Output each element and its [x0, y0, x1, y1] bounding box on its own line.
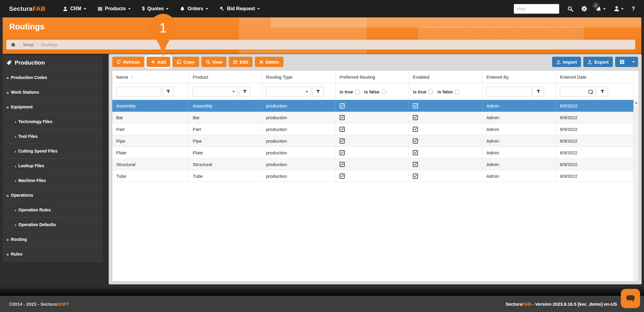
add-button[interactable]: Add	[147, 57, 170, 67]
cell-routing-type[interactable]: production	[262, 147, 336, 158]
sidebar-item-routing[interactable]: »Routing	[3, 232, 102, 247]
menu-quotes[interactable]: $Quotes	[138, 3, 173, 15]
cell-preferred-routing[interactable]	[336, 170, 409, 182]
sidebar-item-operation-defaults[interactable]: ›Operation Defaults	[3, 217, 102, 232]
cell-entered-date[interactable]: 8/9/2022	[556, 159, 633, 170]
filter-is-false-radio-enabled[interactable]	[455, 89, 460, 94]
settings-button[interactable]	[581, 6, 587, 12]
cell-entered-by[interactable]: Admin	[482, 135, 556, 147]
menu-products[interactable]: Products	[93, 3, 135, 14]
grid-view-caret-button[interactable]	[629, 57, 638, 67]
cell-name[interactable]: Pipe	[112, 135, 189, 147]
table-row-plate[interactable]: PlatePlateproductionAdmin8/9/2022	[112, 147, 633, 159]
help-icon[interactable]: ?	[632, 6, 635, 12]
cell-entered-date[interactable]: 8/9/2022	[556, 123, 633, 135]
cell-enabled[interactable]	[409, 170, 482, 182]
cell-enabled[interactable]	[409, 112, 482, 123]
breadcrumb-item[interactable]: Routings	[41, 42, 57, 47]
filter-input-name[interactable]	[116, 87, 161, 96]
cell-product[interactable]: Assembly	[189, 100, 262, 111]
import-button[interactable]: Import	[552, 57, 581, 67]
sidebar-item-rules[interactable]: »Rules	[3, 247, 102, 262]
cell-routing-type[interactable]: production	[262, 112, 336, 123]
view-button[interactable]: View	[201, 57, 227, 67]
cell-routing-type[interactable]: production	[262, 135, 336, 147]
table-row-part[interactable]: PartPartproductionAdmin8/9/2022	[112, 123, 633, 135]
vertical-scrollbar[interactable]	[633, 100, 639, 281]
sidebar-item-tool-files[interactable]: ›Tool Files	[3, 129, 102, 144]
cell-entered-by[interactable]: Admin	[482, 123, 556, 135]
cell-entered-date[interactable]: 8/9/2022	[556, 100, 633, 111]
sidebar-item-production-codes[interactable]: »Production Codes	[3, 70, 102, 85]
cell-product[interactable]: Tube	[189, 170, 262, 182]
menu-bid-request[interactable]: Bid Request	[215, 3, 264, 14]
edit-button[interactable]: Edit	[229, 57, 252, 67]
table-row-tube[interactable]: TubeTubeproductionAdmin8/9/2022	[112, 170, 633, 182]
cell-preferred-routing[interactable]	[336, 100, 409, 111]
table-row-pipe[interactable]: PipePipeproductionAdmin8/9/2022	[112, 135, 633, 147]
filter-select-product[interactable]	[193, 87, 238, 96]
cell-preferred-routing[interactable]	[336, 135, 409, 147]
cell-entered-date[interactable]: 8/9/2022	[556, 170, 633, 182]
table-row-bar[interactable]: BarBarproductionAdmin8/9/2022	[112, 112, 633, 123]
cell-product[interactable]: Plate	[189, 147, 262, 158]
notifications-button[interactable]: 0	[595, 6, 606, 12]
cell-entered-by[interactable]: Admin	[482, 112, 556, 123]
user-menu-button[interactable]	[614, 6, 624, 12]
filter-menu-button-name[interactable]	[162, 87, 174, 96]
cell-preferred-routing[interactable]	[336, 159, 409, 170]
column-header-entered-by[interactable]: Entered By	[482, 71, 556, 83]
cell-enabled[interactable]	[409, 159, 482, 170]
column-header-routing-type[interactable]: Routing Type	[262, 71, 336, 83]
export-button[interactable]: Export	[583, 57, 613, 67]
cell-name[interactable]: Bar	[112, 112, 189, 123]
cell-enabled[interactable]	[409, 100, 482, 111]
table-row-assembly[interactable]: AssemblyAssemblyproductionAdmin8/9/2022	[112, 100, 633, 112]
cell-product[interactable]: Pipe	[189, 135, 262, 147]
sidebar-item-equipment[interactable]: »Equipment	[3, 100, 102, 114]
filter-menu-button-entered-by[interactable]	[533, 87, 544, 96]
filter-menu-button-routing-type[interactable]	[312, 87, 324, 96]
filter-menu-button-entered-date[interactable]	[597, 87, 608, 96]
refresh-button[interactable]: Refresh	[112, 57, 144, 67]
cell-entered-by[interactable]: Admin	[482, 170, 556, 182]
column-header-enabled[interactable]: Enabled	[409, 71, 482, 83]
scroll-up-button[interactable]	[634, 100, 639, 105]
cell-entered-date[interactable]: 8/9/2022	[556, 147, 633, 158]
cell-name[interactable]: Structural	[112, 159, 189, 170]
cell-name[interactable]: Tube	[112, 170, 189, 182]
home-icon[interactable]	[11, 42, 16, 47]
breadcrumb-item[interactable]: Setup	[23, 42, 34, 47]
cell-name[interactable]: Plate	[112, 147, 189, 158]
help-search-input[interactable]	[514, 4, 559, 14]
cell-preferred-routing[interactable]	[336, 112, 409, 123]
copy-button[interactable]: Copy	[173, 57, 199, 67]
cell-routing-type[interactable]: production	[262, 159, 336, 170]
sidebar-item-operations[interactable]: »Operations	[3, 188, 102, 203]
chat-button[interactable]	[621, 289, 640, 308]
column-header-product[interactable]: Product	[189, 71, 262, 83]
cell-routing-type[interactable]: production	[262, 170, 336, 182]
sidebar-item-machine-files[interactable]: ›Machine Files	[3, 173, 102, 188]
filter-is-true-radio-enabled[interactable]	[428, 89, 433, 94]
sidebar-item-lookup-files[interactable]: ›Lookup Files	[3, 159, 102, 173]
menu-orders[interactable]: Orders	[176, 3, 212, 14]
column-header-entered-date[interactable]: Entered Date	[556, 71, 633, 83]
table-row-structural[interactable]: StructuralStructuralproductionAdmin8/9/2…	[112, 159, 633, 170]
cell-enabled[interactable]	[409, 147, 482, 158]
cell-name[interactable]: Assembly	[112, 100, 189, 111]
app-logo[interactable]: SecturaFAB	[9, 5, 45, 12]
menu-crm[interactable]: CRM	[59, 3, 90, 14]
cell-entered-by[interactable]: Admin	[482, 159, 556, 170]
cell-routing-type[interactable]: production	[262, 123, 336, 135]
filter-is-true-radio-preferred-routing[interactable]	[355, 89, 360, 94]
cell-routing-type[interactable]: production	[262, 100, 336, 111]
search-button[interactable]	[567, 6, 573, 12]
grid-view-button[interactable]	[615, 57, 629, 67]
cell-entered-date[interactable]: 8/9/2022	[556, 112, 633, 123]
cell-enabled[interactable]	[409, 123, 482, 135]
cell-preferred-routing[interactable]	[336, 147, 409, 158]
cell-enabled[interactable]	[409, 135, 482, 147]
sidebar-item-cutting-speed-files[interactable]: ›Cutting Speed Files	[3, 144, 102, 159]
filter-is-false-radio-preferred-routing[interactable]	[381, 89, 386, 94]
